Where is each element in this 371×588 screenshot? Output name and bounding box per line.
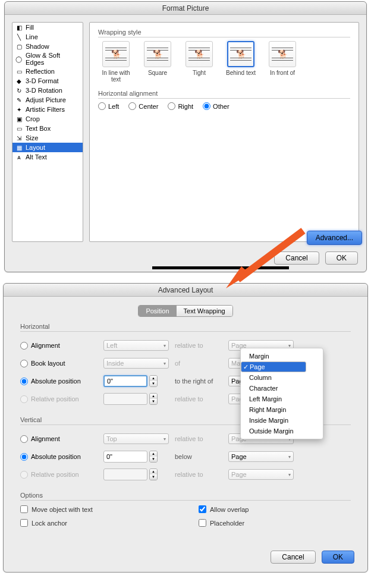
v-absolute-label: Absolute position	[31, 453, 81, 460]
halign-radio-left[interactable]: Left	[98, 102, 119, 110]
sidebar-item-label: Artistic Filters	[26, 106, 65, 113]
sidebar-item-label: Glow & Soft Edges	[26, 52, 80, 66]
stepper-down-icon[interactable]: ▼	[150, 381, 157, 386]
main-panel: Wrapping style 🐕In line with text🐕Square…	[89, 22, 359, 242]
ok-button[interactable]: OK	[322, 551, 354, 564]
sidebar-item-icon: ⇲	[15, 134, 23, 142]
halign-radio-right[interactable]: Right	[168, 102, 193, 110]
ok-button[interactable]: OK	[325, 251, 358, 265]
sidebar-item-icon: ◯	[15, 55, 23, 63]
dialog-title: Format Picture	[5, 2, 366, 15]
h-absolute-stepper[interactable]: ▲▼	[149, 375, 158, 387]
sidebar-item-glow-soft-edges[interactable]: ◯Glow & Soft Edges	[12, 51, 83, 67]
sidebar-item-label: Reflection	[26, 68, 55, 75]
sidebar-item-alt-text[interactable]: ᴀAlt Text	[12, 152, 83, 162]
v-alignment-radio[interactable]	[20, 435, 28, 443]
wrapping-style-label: Wrapping style	[98, 29, 350, 37]
sidebar-item-icon: ▭	[15, 67, 23, 76]
h-book-radio[interactable]	[20, 360, 28, 367]
dropdown-item-margin[interactable]: Margin	[241, 351, 323, 361]
halign-radio-center[interactable]: Center	[128, 102, 158, 110]
reference-dropdown-menu: MarginPageColumnCharacterLeft MarginRigh…	[240, 348, 323, 439]
sidebar-item-label: Text Box	[26, 125, 51, 132]
sidebar-item-crop[interactable]: ▣Crop	[12, 114, 83, 124]
sidebar-item-label: Fill	[26, 24, 34, 31]
sidebar-item-3-d-format[interactable]: ◆3-D Format	[12, 76, 83, 86]
wrap-option-tight[interactable]: 🐕Tight	[181, 41, 217, 83]
wrap-option-label: In line with text	[98, 70, 134, 83]
dropdown-item-character[interactable]: Character	[241, 383, 323, 394]
h-relative-stepper: ▲▼	[149, 393, 158, 405]
stepper-up-icon[interactable]: ▲	[150, 451, 157, 457]
dropdown-item-column[interactable]: Column	[241, 372, 323, 383]
wrap-option-square[interactable]: 🐕Square	[140, 41, 175, 83]
h-relative-radio[interactable]	[20, 395, 28, 403]
sidebar-item-icon: ▢	[15, 42, 23, 51]
sidebar-item-3-d-rotation[interactable]: ↻3-D Rotation	[12, 86, 83, 95]
dropdown-item-left-margin[interactable]: Left Margin	[241, 394, 323, 404]
tab-bar: PositionText Wrapping	[4, 305, 367, 317]
move-with-text-checkbox[interactable]	[20, 505, 28, 513]
v-absolute-rel-select[interactable]: Page▾	[228, 451, 294, 462]
sidebar-item-label: Alt Text	[26, 153, 47, 161]
advanced-layout-dialog: Advanced Layout PositionText Wrapping Ho…	[3, 283, 368, 573]
wrap-option-label: In front of	[270, 70, 295, 76]
options-section-label: Options	[20, 492, 351, 501]
h-alignment-select[interactable]: Left▾	[103, 340, 169, 351]
sidebar-item-icon: ▦	[15, 143, 23, 152]
tab-text-wrapping[interactable]: Text Wrapping	[177, 306, 232, 316]
sidebar-item-text-box[interactable]: ▭Text Box	[12, 124, 83, 133]
v-relative-radio[interactable]	[20, 471, 28, 479]
v-absolute-stepper[interactable]: ▲▼	[149, 451, 158, 463]
sidebar-item-shadow[interactable]: ▢Shadow	[12, 42, 83, 51]
sidebar-item-artistic-filters[interactable]: ✦Artistic Filters	[12, 105, 83, 114]
h-book-select[interactable]: Inside▾	[103, 358, 169, 369]
sidebar-item-fill[interactable]: ◧Fill	[12, 23, 83, 32]
h-alignment-radio[interactable]	[20, 342, 28, 350]
sidebar-item-icon: ᴀ	[15, 153, 23, 161]
wrap-option-behind-text[interactable]: 🐕Behind text	[223, 41, 259, 83]
sidebar-item-icon: ◧	[15, 23, 23, 32]
wrap-thumb-icon: 🐕	[144, 41, 171, 67]
v-alignment-select[interactable]: Top▾	[103, 433, 169, 444]
dropdown-item-right-margin[interactable]: Right Margin	[241, 404, 323, 415]
wrap-thumb-icon: 🐕	[269, 41, 296, 67]
format-picture-dialog: Format Picture ◧Fill╲Line▢Shadow◯Glow & …	[4, 1, 367, 272]
wrap-option-in-line-with-text[interactable]: 🐕In line with text	[98, 41, 134, 83]
wrap-option-label: Square	[148, 70, 167, 76]
dropdown-item-outside-margin[interactable]: Outside Margin	[241, 426, 323, 436]
sidebar-item-icon: ✎	[15, 96, 23, 104]
cancel-button[interactable]: Cancel	[271, 551, 315, 564]
sidebar-item-label: Size	[26, 134, 38, 142]
sidebar-item-line[interactable]: ╲Line	[12, 32, 83, 42]
sidebar-item-reflection[interactable]: ▭Reflection	[12, 67, 83, 76]
dropdown-item-inside-margin[interactable]: Inside Margin	[241, 415, 323, 426]
sidebar-item-label: Shadow	[26, 43, 49, 50]
tab-position[interactable]: Position	[139, 306, 176, 316]
lock-anchor-checkbox[interactable]	[20, 519, 28, 527]
stepper-up-icon[interactable]: ▲	[150, 376, 157, 381]
wrap-option-in-front-of[interactable]: 🐕In front of	[265, 41, 300, 83]
sidebar-item-icon: ◆	[15, 77, 23, 85]
wrap-thumb-icon: 🐕	[227, 41, 254, 67]
sidebar-item-layout[interactable]: ▦Layout	[12, 143, 83, 152]
sidebar-item-label: 3-D Rotation	[26, 87, 62, 94]
allow-overlap-checkbox[interactable]	[199, 505, 206, 513]
advanced-button[interactable]: Advanced...	[307, 231, 362, 245]
h-relative-label: Relative position	[31, 395, 79, 403]
wrap-option-label: Behind text	[226, 70, 256, 76]
sidebar-item-icon: ▣	[15, 115, 23, 123]
v-absolute-input[interactable]	[103, 451, 147, 463]
sidebar-item-size[interactable]: ⇲Size	[12, 133, 83, 143]
halign-radio-other[interactable]: Other	[203, 102, 229, 110]
dropdown-item-page[interactable]: Page	[241, 361, 306, 372]
stepper-down-icon[interactable]: ▼	[150, 457, 157, 462]
h-absolute-input[interactable]	[103, 375, 147, 387]
sidebar-item-adjust-picture[interactable]: ✎Adjust Picture	[12, 95, 83, 105]
horizontal-alignment-label: Horizontal alignment	[98, 90, 350, 99]
placeholder-checkbox[interactable]	[199, 519, 206, 527]
cancel-button[interactable]: Cancel	[274, 251, 319, 265]
h-absolute-radio[interactable]	[20, 378, 28, 385]
v-absolute-radio[interactable]	[20, 453, 28, 461]
sidebar-item-label: Line	[26, 33, 38, 40]
